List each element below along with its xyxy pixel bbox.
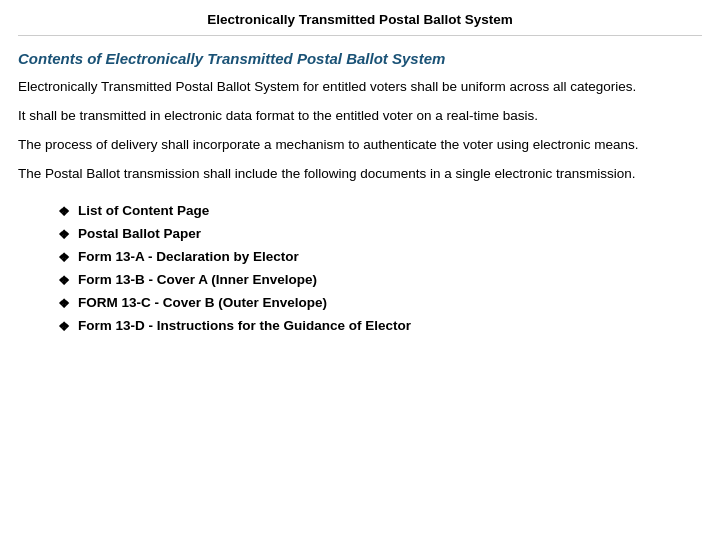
list-item-text-1: List of Content Page <box>78 203 209 218</box>
page-container: Electronically Transmitted Postal Ballot… <box>0 0 720 540</box>
list-item: ❖ Postal Ballot Paper <box>58 226 702 242</box>
list-item: ❖ List of Content Page <box>58 203 702 219</box>
paragraph-1: Electronically Transmitted Postal Ballot… <box>18 77 702 98</box>
list-item-text-4: Form 13-B - Cover A (Inner Envelope) <box>78 272 317 287</box>
list-item: ❖ Form 13-B - Cover A (Inner Envelope) <box>58 272 702 288</box>
bullet-icon-3: ❖ <box>58 250 70 265</box>
list-item: ❖ FORM 13-C - Cover B (Outer Envelope) <box>58 295 702 311</box>
bullet-icon-4: ❖ <box>58 273 70 288</box>
list-container: ❖ List of Content Page ❖ Postal Ballot P… <box>18 203 702 341</box>
list-item: ❖ Form 13-A - Declaration by Elector <box>58 249 702 265</box>
paragraph-3: The process of delivery shall incorporat… <box>18 135 702 156</box>
list-item-text-5: FORM 13-C - Cover B (Outer Envelope) <box>78 295 327 310</box>
bullet-icon-2: ❖ <box>58 227 70 242</box>
page-header: Electronically Transmitted Postal Ballot… <box>18 12 702 36</box>
header-title: Electronically Transmitted Postal Ballot… <box>207 12 512 27</box>
bullet-icon-5: ❖ <box>58 296 70 311</box>
paragraph-4: The Postal Ballot transmission shall inc… <box>18 164 702 185</box>
paragraph-2: It shall be transmitted in electronic da… <box>18 106 702 127</box>
list-item-text-2: Postal Ballot Paper <box>78 226 201 241</box>
bullet-icon-6: ❖ <box>58 319 70 334</box>
bullet-icon-1: ❖ <box>58 204 70 219</box>
list-item-text-6: Form 13-D - Instructions for the Guidanc… <box>78 318 411 333</box>
list-item: ❖ Form 13-D - Instructions for the Guida… <box>58 318 702 334</box>
section-title: Contents of Electronically Transmitted P… <box>18 50 702 67</box>
list-item-text-3: Form 13-A - Declaration by Elector <box>78 249 299 264</box>
